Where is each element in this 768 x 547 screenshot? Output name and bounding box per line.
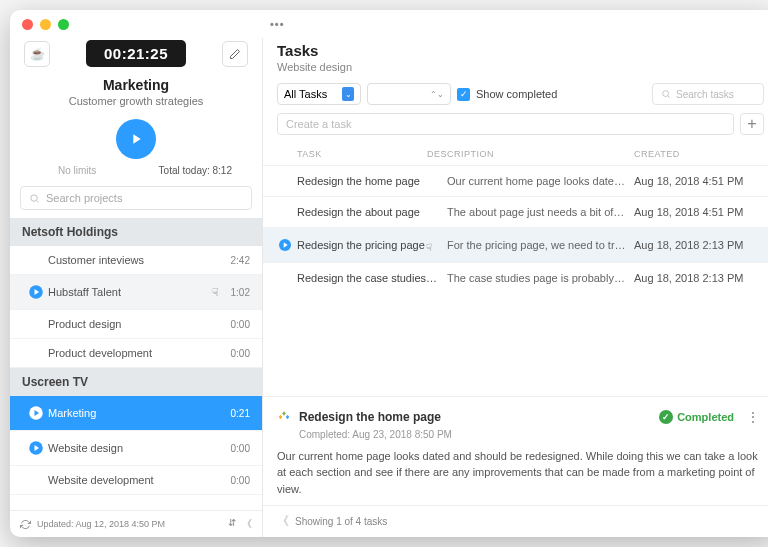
sidebar: ☕ 00:21:25 Marketing Customer growth str… (10, 38, 263, 537)
show-completed-label: Show completed (476, 88, 557, 100)
check-icon: ✓ (659, 410, 673, 424)
collapse-panel-icon[interactable]: 《 (277, 513, 287, 530)
sidebar-project-item[interactable]: Customer inteviews2:42 (10, 246, 262, 275)
column-task: Task (277, 149, 427, 159)
task-description: The case studies page is probably the on… (447, 272, 634, 284)
chevron-down-icon: ⌃⌄ (430, 90, 444, 99)
chevron-down-icon: ⌄ (342, 87, 354, 101)
svg-line-6 (668, 96, 670, 98)
overflow-menu-icon[interactable]: ••• (270, 18, 285, 30)
close-icon[interactable] (22, 19, 33, 30)
status-label: Completed (677, 411, 734, 423)
project-item-label: Product design (48, 318, 231, 330)
main-panel: Tasks Website design All Tasks ⌄ ⌃⌄ ✓ Sh… (263, 38, 768, 537)
project-item-time: 0:00 (231, 443, 250, 454)
refresh-icon[interactable] (20, 519, 31, 530)
hubstaff-icon (277, 410, 291, 424)
showing-label: Showing 1 of 4 tasks (295, 516, 387, 527)
task-created: Aug 18, 2018 4:51 PM (634, 206, 764, 218)
task-row[interactable]: Redesign the pricing page ☟For the prici… (263, 227, 768, 262)
limits-label: No limits (58, 165, 96, 176)
app-window: ••• ☕ 00:21:25 Marketing Customer growth… (10, 10, 768, 537)
project-item-time: 2:42 (231, 255, 250, 266)
status-badge: ✓ Completed (659, 410, 734, 424)
secondary-filter-select[interactable]: ⌃⌄ (367, 83, 451, 105)
project-group-header[interactable]: Uscreen TV (10, 368, 262, 396)
svg-line-1 (37, 200, 39, 202)
coffee-icon[interactable]: ☕ (24, 41, 50, 67)
sync-icon[interactable]: ⇵ (228, 517, 236, 531)
task-completed-at: Completed: Aug 23, 2018 8:50 PM (299, 429, 764, 440)
project-item-time: 1:02 (231, 287, 250, 298)
task-detail-body: Our current home page looks dated and sh… (277, 448, 764, 498)
project-item-label: Customer inteviews (48, 254, 231, 266)
play-button[interactable] (116, 119, 156, 159)
search-icon (29, 193, 40, 204)
play-icon[interactable] (27, 404, 45, 422)
sidebar-project-item[interactable]: Website development0:00 (10, 466, 262, 495)
edit-icon[interactable] (222, 41, 248, 67)
task-name: Redesign the case studies pa... (297, 272, 447, 284)
column-description: Description (427, 149, 634, 159)
task-row[interactable]: Redesign the about pageThe about page ju… (263, 196, 768, 227)
table-header: Task Description Created (263, 141, 768, 165)
collapse-sidebar-icon[interactable]: 《 (242, 517, 252, 531)
project-item-label: Product development (48, 347, 231, 359)
project-item-label: Hubstaff Talent (48, 286, 212, 298)
main-footer: 《 Showing 1 of 4 tasks (263, 505, 768, 537)
task-row[interactable]: Redesign the home pageOur current home p… (263, 165, 768, 196)
task-detail-menu-icon[interactable]: ⋮ (742, 409, 764, 425)
show-completed-checkbox[interactable]: ✓ (457, 88, 470, 101)
sidebar-project-item[interactable]: Hubstaff Talent☟1:02 (10, 275, 262, 310)
titlebar: ••• (10, 10, 768, 38)
search-projects-input[interactable]: Search projects (20, 186, 252, 210)
create-task-placeholder: Create a task (286, 118, 351, 130)
create-task-input[interactable]: Create a task (277, 113, 734, 135)
column-created: Created (634, 149, 764, 159)
svg-point-5 (663, 91, 669, 97)
sidebar-project-item[interactable]: Product design0:00 (10, 310, 262, 339)
project-item-label: Website design (48, 442, 231, 454)
window-controls (22, 19, 69, 30)
play-icon[interactable] (27, 439, 45, 457)
task-description: For the pricing page, we need to try out… (447, 239, 634, 251)
task-description: Our current home page looks dated and sh… (447, 175, 634, 187)
timer-display: 00:21:25 (86, 40, 186, 67)
task-detail-panel: Redesign the home page ✓ Completed ⋮ Com… (263, 396, 768, 506)
project-item-time: 0:00 (231, 348, 250, 359)
task-created: Aug 18, 2018 4:51 PM (634, 175, 764, 187)
task-detail-title: Redesign the home page (299, 410, 441, 424)
sidebar-project-item[interactable]: Website design0:00 (10, 431, 262, 466)
project-item-label: Marketing (48, 407, 231, 419)
page-subtitle: Website design (277, 61, 764, 73)
page-title: Tasks (277, 42, 764, 59)
project-item-time: 0:00 (231, 319, 250, 330)
current-project-title: Marketing (10, 77, 262, 93)
today-total-label: Total today: 8:12 (159, 165, 232, 176)
cursor-icon: ☟ (423, 242, 432, 251)
play-icon[interactable] (277, 237, 293, 253)
task-created: Aug 18, 2018 2:13 PM (634, 239, 764, 251)
search-projects-placeholder: Search projects (46, 192, 122, 204)
updated-label: Updated: Aug 12, 2018 4:50 PM (37, 519, 165, 529)
svg-point-0 (31, 194, 37, 200)
task-filter-select[interactable]: All Tasks ⌄ (277, 83, 361, 105)
search-tasks-input[interactable]: Search tasks (652, 83, 764, 105)
task-name: Redesign the home page (297, 175, 447, 187)
minimize-icon[interactable] (40, 19, 51, 30)
add-task-button[interactable]: + (740, 113, 764, 135)
zoom-icon[interactable] (58, 19, 69, 30)
task-filter-label: All Tasks (284, 88, 327, 100)
play-icon[interactable] (27, 283, 45, 301)
task-name: Redesign the about page (297, 206, 447, 218)
task-row[interactable]: Redesign the case studies pa...The case … (263, 262, 768, 293)
search-tasks-placeholder: Search tasks (676, 89, 734, 100)
task-description: The about page just needs a bit of makeu… (447, 206, 634, 218)
sidebar-project-item[interactable]: Product development0:00 (10, 339, 262, 368)
project-item-time: 0:21 (231, 408, 250, 419)
project-group-header[interactable]: Netsoft Holdings (10, 218, 262, 246)
cursor-icon: ☟ (212, 286, 219, 299)
current-project-subtitle: Customer growth strategies (10, 95, 262, 107)
sidebar-project-item[interactable]: Marketing0:21 (10, 396, 262, 431)
project-item-time: 0:00 (231, 475, 250, 486)
